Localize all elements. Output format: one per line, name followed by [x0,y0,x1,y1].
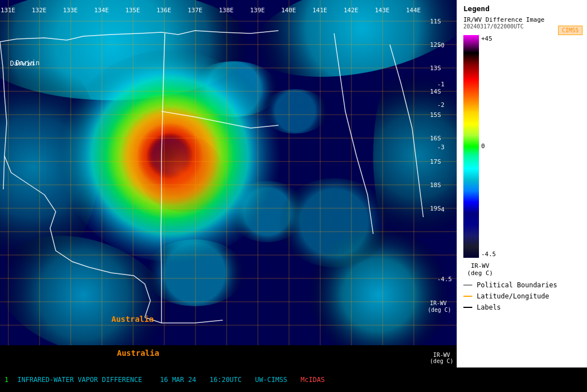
legend-items: Political Boundaries Latitude/Longitude … [457,277,587,319]
status-source: UW-CIMSS [255,376,287,384]
status-time: 16:20UTC [209,376,242,384]
color-scale-labels: +45 0 -4.5 [479,35,498,258]
political-label: Political Boundaries [477,281,557,289]
color-bar [463,35,479,258]
status-date: 16 MAR 24 [160,376,196,384]
color-label-bottom: -4.5 [481,251,496,258]
legend-item-political: Political Boundaries [463,281,580,289]
darwin-label: Darwin [16,59,40,67]
satellite-panel: Darwin Australia IR-WV(deg C) 1 INFRARED… [0,0,457,392]
status-main-label: INFRARED-WATER VAPOR DIFFERENCE [17,376,142,384]
legend-item-latlon: Latitude/Longitude [463,292,580,300]
latlon-dash [463,296,472,297]
labels-dash [463,307,472,308]
australia-label: Australia [117,349,159,357]
main-container: Darwin Australia IR-WV(deg C) 1 INFRARED… [0,0,587,392]
irwv-bottom-label: IR-WV(deg C) [430,352,453,364]
legend-item-labels: Labels [463,303,580,311]
satellite-canvas [0,0,457,345]
status-number: 1 [4,376,8,384]
cimss-logo: CIMSS [558,26,583,35]
color-label-top: +45 [481,35,496,42]
legend-title: Legend [457,0,587,15]
color-label-0: 0 [481,143,496,150]
labels-label: Labels [477,303,501,311]
legend-panel: Legend CIMSS IR/WV Difference Image 2024… [457,0,587,367]
latlon-label: Latitude/Longitude [477,292,549,300]
status-bar: 1 INFRARED-WATER VAPOR DIFFERENCE 16 MAR… [0,367,457,392]
color-bar-section: +45 0 -4.5 [463,35,580,258]
status-software: McIDAS [301,376,325,384]
irwv-legend-label: IR-WV(deg C) [463,262,497,277]
political-dash [463,285,472,286]
